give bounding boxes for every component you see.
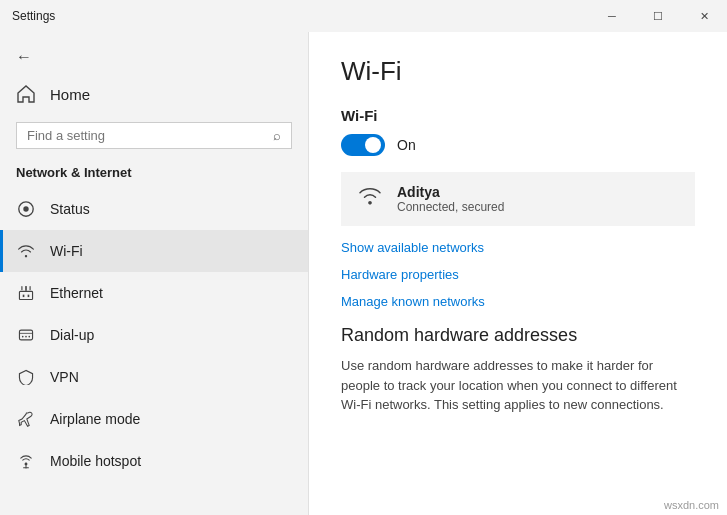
dialup-icon bbox=[16, 325, 36, 345]
title-bar-title: Settings bbox=[12, 9, 55, 23]
search-icon: ⌕ bbox=[273, 128, 281, 143]
sidebar-back-button[interactable]: ← bbox=[0, 40, 308, 74]
network-name: Aditya bbox=[397, 184, 504, 200]
manage-known-networks-link[interactable]: Manage known networks bbox=[341, 294, 695, 309]
back-arrow-icon: ← bbox=[16, 48, 32, 66]
random-hw-description: Use random hardware addresses to make it… bbox=[341, 356, 695, 415]
svg-point-1 bbox=[23, 206, 28, 211]
network-status: Connected, secured bbox=[397, 200, 504, 214]
svg-rect-2 bbox=[19, 291, 32, 299]
svg-rect-4 bbox=[28, 295, 30, 297]
sidebar-item-label-status: Status bbox=[50, 201, 90, 217]
vpn-icon bbox=[16, 367, 36, 387]
home-label: Home bbox=[50, 86, 90, 103]
title-bar-controls: ─ ☐ ✕ bbox=[589, 0, 727, 32]
sidebar-item-ethernet[interactable]: Ethernet bbox=[0, 272, 308, 314]
svg-rect-3 bbox=[23, 295, 25, 297]
wifi-section-label: Wi-Fi bbox=[341, 107, 695, 124]
wifi-icon bbox=[16, 241, 36, 261]
ethernet-icon bbox=[16, 283, 36, 303]
page-title: Wi-Fi bbox=[341, 56, 695, 87]
sidebar-item-label-ethernet: Ethernet bbox=[50, 285, 103, 301]
svg-point-7 bbox=[25, 336, 27, 338]
svg-point-6 bbox=[22, 336, 24, 338]
sidebar-item-label-airplane: Airplane mode bbox=[50, 411, 140, 427]
sidebar-section-title: Network & Internet bbox=[0, 161, 308, 188]
sidebar-item-vpn[interactable]: VPN bbox=[0, 356, 308, 398]
sidebar-search-box[interactable]: ⌕ bbox=[16, 122, 292, 149]
network-wifi-icon bbox=[357, 185, 383, 213]
wifi-toggle[interactable] bbox=[341, 134, 385, 156]
wifi-toggle-row: On bbox=[341, 134, 695, 156]
title-bar: Settings ─ ☐ ✕ bbox=[0, 0, 727, 32]
title-bar-left: Settings bbox=[12, 9, 55, 23]
show-networks-link[interactable]: Show available networks bbox=[341, 240, 695, 255]
search-input[interactable] bbox=[27, 128, 265, 143]
sidebar-item-home[interactable]: Home bbox=[0, 74, 308, 114]
sidebar: ← Home ⌕ Network & Internet Status bbox=[0, 32, 308, 515]
hotspot-icon bbox=[16, 451, 36, 471]
sidebar-item-wifi[interactable]: Wi-Fi bbox=[0, 230, 308, 272]
sidebar-item-label-dialup: Dial-up bbox=[50, 327, 94, 343]
app-body: ← Home ⌕ Network & Internet Status bbox=[0, 32, 727, 515]
sidebar-item-hotspot[interactable]: Mobile hotspot bbox=[0, 440, 308, 482]
sidebar-item-status[interactable]: Status bbox=[0, 188, 308, 230]
home-icon bbox=[16, 84, 36, 104]
sidebar-item-label-hotspot: Mobile hotspot bbox=[50, 453, 141, 469]
airplane-icon bbox=[16, 409, 36, 429]
watermark: wsxdn.com bbox=[664, 499, 719, 511]
sidebar-item-label-vpn: VPN bbox=[50, 369, 79, 385]
toggle-state-label: On bbox=[397, 137, 416, 153]
sidebar-item-label-wifi: Wi-Fi bbox=[50, 243, 83, 259]
toggle-knob bbox=[365, 137, 381, 153]
sidebar-item-dialup[interactable]: Dial-up bbox=[0, 314, 308, 356]
content-area: Wi-Fi Wi-Fi On Aditya Connected, secured… bbox=[308, 32, 727, 515]
hardware-properties-link[interactable]: Hardware properties bbox=[341, 267, 695, 282]
random-hw-heading: Random hardware addresses bbox=[341, 325, 695, 346]
status-icon bbox=[16, 199, 36, 219]
network-info: Aditya Connected, secured bbox=[397, 184, 504, 214]
svg-point-8 bbox=[28, 336, 30, 338]
maximize-button[interactable]: ☐ bbox=[635, 0, 681, 32]
connected-network-box: Aditya Connected, secured bbox=[341, 172, 695, 226]
close-button[interactable]: ✕ bbox=[681, 0, 727, 32]
minimize-button[interactable]: ─ bbox=[589, 0, 635, 32]
sidebar-item-airplane[interactable]: Airplane mode bbox=[0, 398, 308, 440]
svg-rect-5 bbox=[19, 330, 32, 340]
